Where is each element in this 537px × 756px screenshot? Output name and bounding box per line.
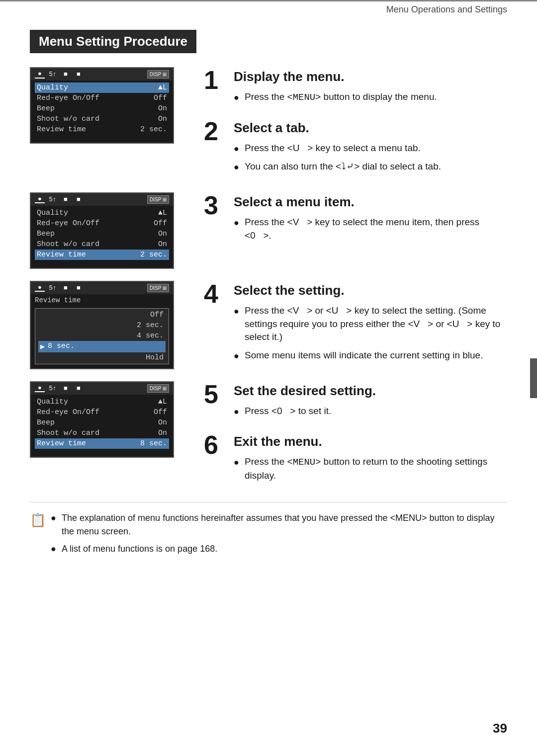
cam-tab-3-camera: ● (35, 195, 45, 203)
cam-body-5: Quality ▲L Red-eye On/Off Off Beep On Sh… (31, 395, 173, 457)
camera-screen-1: ● 5↑ ■ ■ DISP ⊞ (30, 67, 174, 144)
camera-screen-3: ● 5↑ ■ ■ DISP ⊞ (30, 192, 174, 269)
cam-row-3-shoot: Shoot w/o card On (35, 239, 169, 250)
cam-tab-4-4: ■ (74, 284, 84, 292)
step-3-header-row: 3 Select a menu item. ● Press the <V > k… (204, 192, 507, 247)
step5-screen: ● 5↑ ■ ■ DISP ⊞ (30, 381, 189, 487)
submenu-row-4sec: 4 sec. (135, 331, 166, 341)
cam-row-3-beep: Beep On (35, 229, 169, 239)
submenu-row-8sec: ▶ 8 sec. (38, 341, 166, 352)
cam-header-5: ● 5↑ ■ ■ DISP ⊞ (31, 382, 173, 395)
cam-row-shoot: Shoot w/o card On (35, 114, 169, 124)
submenu-row-off: Off (148, 310, 166, 320)
page-header: Menu Operations and Settings (0, 0, 537, 15)
step-5-content: Set the desired setting. ● Press <0 > to… (234, 381, 507, 423)
cam-tab-5-3: ■ (61, 384, 71, 392)
step-6-content: Exit the menu. ● Press the <MENU> button… (234, 432, 507, 487)
step-2-header: 2 Select a tab. ● Press the <U > key to … (204, 118, 507, 178)
disp-button-5[interactable]: DISP ⊞ (147, 384, 169, 393)
step-1-header: 1 Display the menu. ● Press the <MENU> b… (204, 67, 507, 109)
cam-tab-5-2: 5↑ (48, 384, 58, 392)
cam-row-5-quality: Quality ▲L (35, 397, 169, 407)
cam-row-quality: Quality ▲L (35, 83, 169, 93)
step-4-content: Select the setting. ● Press the <V > or … (234, 281, 507, 367)
step-2-bullet-1: ● Press the <U > key to select a menu ta… (234, 142, 507, 155)
steps-1-2-block: ● 5↑ ■ ■ DISP ⊞ (30, 67, 507, 178)
step-2-title: Select a tab. (234, 120, 507, 136)
step-4-title: Select the setting. (234, 283, 507, 298)
cam-row-3-quality: Quality ▲L (35, 208, 169, 218)
step-5-bullet-1: ● Press <0 > to set it. (234, 405, 507, 418)
cam-header-1: ● 5↑ ■ ■ DISP ⊞ (31, 68, 173, 81)
step-5-header: 5 Set the desired setting. ● Press <0 > … (204, 381, 507, 423)
cam-header-4: ● 5↑ ■ ■ DISP ⊞ (31, 282, 173, 294)
step-1-title: Display the menu. (234, 69, 507, 84)
step-3-block: ● 5↑ ■ ■ DISP ⊞ (30, 192, 507, 269)
note-bullets: ● The explanation of menu functions here… (51, 511, 507, 560)
note-icon: 📋 (30, 512, 45, 528)
step1-screen: ● 5↑ ■ ■ DISP ⊞ (30, 67, 189, 178)
cam-row-5-redeye: Red-eye On/Off Off (35, 407, 169, 418)
cam-tab-2: 5↑ (48, 71, 58, 79)
step-3-bullets: ● Press the <V > key to select the menu … (234, 216, 507, 242)
step-1-bullet-1: ● Press the <MENU> button to display the… (234, 90, 507, 104)
cam-tab-4-3: ■ (61, 284, 71, 292)
cam-row-redeye: Red-eye On/Off Off (35, 93, 169, 103)
note-text-2: A list of menu functions is on page 168. (62, 542, 217, 556)
header-label: Menu Operations and Settings (386, 4, 507, 14)
cam-header-3: ● 5↑ ■ ■ DISP ⊞ (31, 193, 173, 206)
note-item-1: ● The explanation of menu functions here… (51, 511, 507, 538)
page-content: Menu Setting Procedure ● 5↑ ■ (0, 30, 537, 589)
step-3-title: Select a menu item. (234, 194, 507, 210)
step-4-bullet-1: ● Press the <V > or <U > key to select t… (234, 304, 507, 344)
step-1-content: Display the menu. ● Press the <MENU> but… (234, 67, 507, 109)
step-6-title: Exit the menu. (234, 434, 507, 449)
step-4-header-row: 4 Select the setting. ● Press the <V > o… (204, 281, 507, 367)
cam-submenu-label-row: Review time (35, 296, 169, 304)
submenu-row-hold: Hold (144, 352, 166, 363)
step-4-block: ● 5↑ ■ ■ DISP ⊞ (30, 281, 507, 369)
cam-row-beep: Beep On (35, 103, 169, 114)
cam-tab-4: ■ (74, 71, 84, 79)
step-3-content: Select a menu item. ● Press the <V > key… (234, 192, 507, 247)
cam-row-review: Review time 2 sec. (35, 124, 169, 135)
disp-button-1[interactable]: DISP ⊞ (147, 70, 169, 79)
step-6-header: 6 Exit the menu. ● Press the <MENU> butt… (204, 432, 507, 487)
note-text-1: The explanation of menu functions herein… (62, 511, 507, 538)
cam-tabs-5: ● 5↑ ■ ■ (35, 384, 84, 392)
step-5-title: Set the desired setting. (234, 383, 507, 399)
cam-row-3-review: Review time 2 sec. (35, 250, 169, 260)
cam-tab-camera: ● (35, 71, 45, 79)
cam-tabs-1: ● 5↑ ■ ■ (35, 71, 84, 79)
cam-tab-4-2: 5↑ (48, 284, 58, 292)
right-tab (530, 358, 537, 398)
step-4-right: 4 Select the setting. ● Press the <V > o… (204, 281, 507, 367)
step-3-right: 3 Select a menu item. ● Press the <V > k… (204, 192, 507, 247)
step-5-bullets: ● Press <0 > to set it. (234, 405, 507, 418)
step-2-bullet-2: ● You can also turn the <⤵⤶> dial to sel… (234, 160, 507, 173)
step-2-bullets: ● Press the <U > key to select a menu ta… (234, 142, 507, 173)
step-2-content: Select a tab. ● Press the <U > key to se… (234, 118, 507, 178)
cam-body-3: Quality ▲L Red-eye On/Off Off Beep On Sh… (31, 206, 173, 268)
step-4-bullets: ● Press the <V > or <U > key to select t… (234, 304, 507, 362)
note-section: 📋 ● The explanation of menu functions he… (30, 502, 507, 560)
cam-tabs-3: ● 5↑ ■ ■ (35, 195, 84, 203)
cam-submenu-options: Off 2 sec. 4 sec. ▶ 8 sec. (35, 308, 169, 364)
cam-row-5-shoot: Shoot w/o card On (35, 428, 169, 438)
cam-submenu-label: Review time (35, 296, 81, 304)
disp-button-4[interactable]: DISP ⊞ (147, 284, 169, 292)
steps-5-6-block: ● 5↑ ■ ■ DISP ⊞ (30, 381, 507, 487)
cam-tab-3: ■ (61, 71, 71, 79)
cam-body-4: Review time Off 2 sec. 4 sec. (31, 294, 173, 368)
disp-button-3[interactable]: DISP ⊞ (147, 195, 169, 204)
cam-body-1: Quality ▲L Red-eye On/Off Off Beep On Sh… (31, 81, 173, 143)
steps-5-6-right: 5 Set the desired setting. ● Press <0 > … (204, 381, 507, 487)
cam-tab-3-2: 5↑ (48, 195, 58, 203)
step3-screen: ● 5↑ ■ ■ DISP ⊞ (30, 192, 189, 269)
camera-screen-4: ● 5↑ ■ ■ DISP ⊞ (30, 281, 174, 369)
camera-screen-5: ● 5↑ ■ ■ DISP ⊞ (30, 381, 174, 458)
cam-row-3-redeye: Red-eye On/Off Off (35, 218, 169, 229)
section-title: Menu Setting Procedure (30, 30, 196, 53)
step4-screen: ● 5↑ ■ ■ DISP ⊞ (30, 281, 189, 369)
cam-row-5-beep: Beep On (35, 418, 169, 428)
